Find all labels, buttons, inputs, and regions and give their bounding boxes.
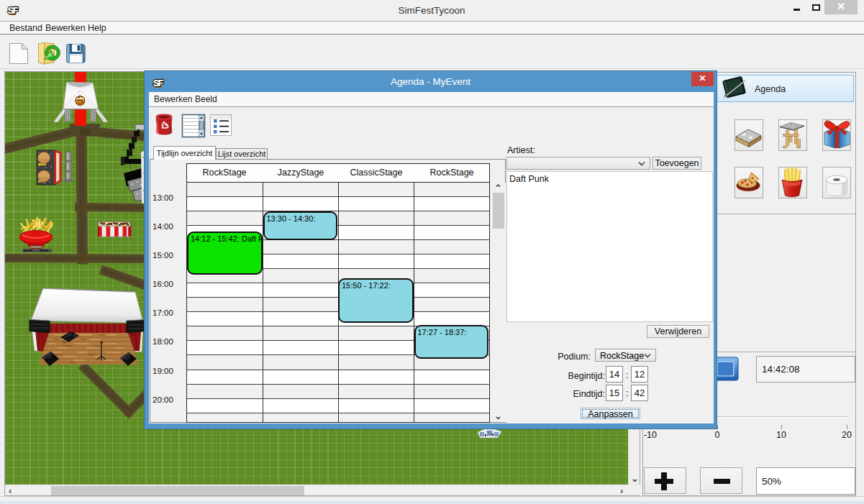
- svg-text:SF: SF: [153, 78, 163, 88]
- svg-text:SF: SF: [8, 6, 19, 16]
